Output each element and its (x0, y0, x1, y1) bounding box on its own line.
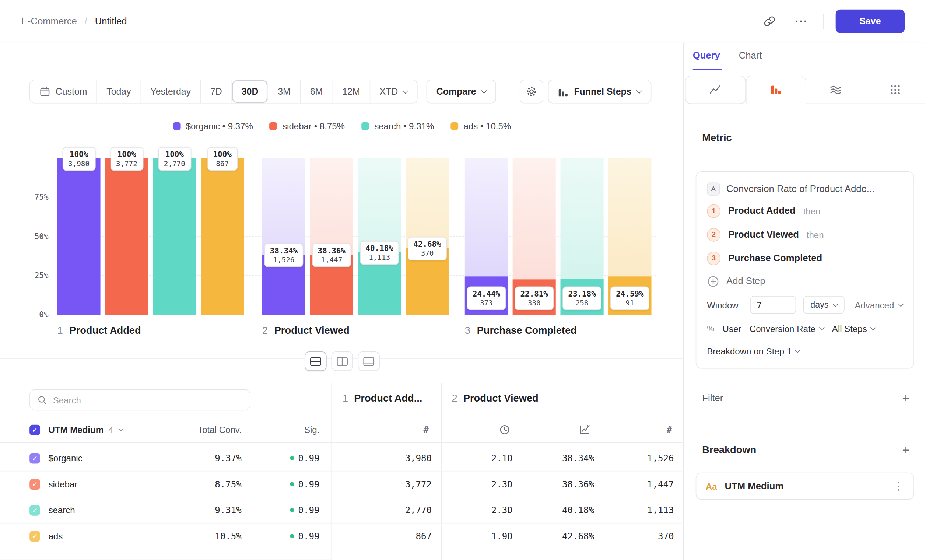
filter-label: Filter (702, 393, 723, 403)
table-row-organic[interactable]: ✓$organic9.37%0.993,9802.1D38.34%1,526 (0, 445, 684, 472)
breakdown-on-label: Breakdown on Step 1 (707, 346, 791, 356)
search-input[interactable] (53, 395, 243, 405)
row-checkbox[interactable]: ✓ (29, 505, 40, 516)
chart-type-line-tab[interactable] (685, 76, 746, 104)
range-12m[interactable]: 12M (333, 80, 370, 103)
select-all-checkbox[interactable]: ✓ (29, 425, 40, 436)
row-checkbox[interactable]: ✓ (29, 453, 40, 464)
metric-step-1[interactable]: 1Product Addedthen (707, 199, 903, 222)
chart-type-flow-tab[interactable] (806, 76, 865, 104)
total-conversion-cell: 9.37% (215, 445, 241, 471)
range-7d[interactable]: 7D (201, 80, 232, 103)
metric-step-2[interactable]: 2Product Viewedthen (707, 222, 903, 246)
conversion-pct-column-header[interactable] (579, 417, 590, 442)
avg-time-column-header[interactable] (499, 417, 510, 442)
funnel-step-label-3: 3Purchase Completed (465, 325, 577, 337)
advanced-label: Advanced (855, 300, 894, 310)
chart-view-select[interactable]: Funnel Steps (548, 80, 652, 103)
table-row-search[interactable]: ✓search9.31%0.992,7702.3D40.18%1,113 (0, 497, 684, 524)
bar-sidebar-step1[interactable] (105, 159, 148, 315)
range-6m[interactable]: 6M (301, 80, 333, 103)
range-30d[interactable]: 30D (232, 80, 269, 103)
range-custom[interactable]: Custom (30, 80, 97, 103)
kebab-menu-icon[interactable]: ⋮ (894, 480, 904, 493)
funnel-step-label-1: 1Product Added (57, 325, 141, 337)
step1-count-column-header[interactable]: # (424, 417, 429, 442)
chart-settings-button[interactable] (520, 80, 543, 103)
metric-steps: 1Product Addedthen2Product Viewedthen3Pu… (707, 199, 903, 270)
table-row-ads[interactable]: ✓ads10.5%0.998671.9D42.68%370 (0, 524, 684, 550)
measure-type-label: Conversion Rate (750, 324, 816, 333)
add-filter-button[interactable]: + (902, 392, 909, 404)
breadcrumb-separator: / (85, 15, 87, 26)
add-breakdown-button[interactable]: + (902, 444, 909, 456)
total-conv-column-header[interactable]: Total Conv. (198, 417, 242, 442)
significance-cell: 0.99 (290, 471, 319, 496)
group2-number: 2 (452, 393, 457, 404)
bar-search-step1[interactable] (153, 159, 196, 315)
link-icon (764, 15, 775, 27)
step2-pct-cell: 38.36% (562, 471, 594, 496)
range-xtd[interactable]: XTD (370, 80, 417, 103)
row-name: $organic (48, 445, 82, 471)
row-checkbox[interactable]: ✓ (29, 531, 40, 542)
metric-step-3[interactable]: 3Purchase Completed (707, 247, 903, 270)
measure-type-select[interactable]: Conversion Rate (750, 324, 824, 333)
breakdown-item-label: UTM Medium (725, 481, 784, 492)
measure-scope-label: All Steps (832, 324, 867, 333)
window-value-input[interactable] (750, 296, 796, 313)
query-sidebar: Query Chart (684, 42, 926, 560)
step-connector: then (803, 206, 821, 216)
more-options-icon[interactable]: ⋯ (791, 11, 811, 31)
step2-count-column-header[interactable]: # (667, 417, 672, 442)
chevron-down-icon (402, 87, 408, 93)
metric-title-row[interactable]: A Conversion Rate of Product Adde... (707, 179, 903, 199)
tab-chart[interactable]: Chart (739, 50, 762, 61)
advanced-toggle[interactable]: Advanced (855, 300, 903, 310)
breadcrumb: E-Commerce / Untitled (21, 15, 127, 26)
range-yesterday[interactable]: Yesterday (141, 80, 201, 103)
legend-item-search[interactable]: search • 9.31% (361, 121, 434, 131)
compare-button[interactable]: Compare (427, 80, 496, 103)
bar-value-label: 100%3,772 (110, 147, 143, 171)
chart-type-grid-tab[interactable] (865, 76, 925, 104)
bar-value-label: 40.18%1,113 (360, 241, 399, 264)
row-name: sidebar (48, 471, 77, 496)
breakdown-column-header[interactable]: UTM Medium 4 (48, 417, 122, 442)
window-unit-select[interactable]: days (803, 296, 844, 313)
chevron-down-icon (832, 301, 838, 307)
legend-item-sidebar[interactable]: sidebar • 8.75% (269, 121, 345, 131)
sig-column-header[interactable]: Sig. (304, 417, 319, 442)
range-3m[interactable]: 3M (269, 80, 301, 103)
bar-value-label: 22.81%330 (514, 287, 554, 310)
split-horizontal-toggle[interactable] (305, 351, 326, 371)
chart-type-funnel-tab[interactable] (746, 76, 806, 104)
property-type-badge: Aa (706, 481, 717, 491)
breakdown-on-select[interactable]: Breakdown on Step 1 (707, 346, 800, 356)
significance-cell: 0.99 (290, 524, 319, 549)
measure-scope-select[interactable]: All Steps (832, 324, 875, 333)
bar-organic-step1[interactable] (57, 159, 101, 315)
breadcrumb-current[interactable]: Untitled (95, 15, 127, 26)
legend-item-organic[interactable]: $organic • 9.37% (173, 121, 253, 131)
measure-entity[interactable]: User (723, 324, 741, 333)
legend-item-ads[interactable]: ads • 10.5% (451, 121, 511, 131)
panel-bottom-toggle[interactable] (358, 351, 380, 371)
grid-dots-icon (889, 84, 901, 95)
split-vertical-toggle[interactable] (331, 351, 353, 371)
breakdown-item[interactable]: Aa UTM Medium ⋮ (696, 473, 914, 500)
table-group1-header: 1 Product Add... (343, 393, 422, 404)
share-link-icon[interactable] (760, 11, 780, 31)
step-event-name: Product Viewed (728, 229, 799, 240)
breadcrumb-parent[interactable]: E-Commerce (21, 15, 77, 26)
row-checkbox[interactable]: ✓ (29, 479, 40, 490)
layout-toggles (0, 351, 684, 371)
add-step-button[interactable]: Add Step (707, 270, 903, 292)
tab-query[interactable]: Query (693, 50, 720, 61)
bar-ads-step1[interactable] (201, 159, 244, 315)
table-row-sidebar[interactable]: ✓sidebar8.75%0.993,7722.3D38.36%1,447 (0, 471, 684, 497)
range-today[interactable]: Today (97, 80, 141, 103)
save-button[interactable]: Save (836, 9, 905, 33)
percent-icon: % (707, 324, 714, 333)
y-axis: 75%50%25%0% (24, 159, 48, 315)
